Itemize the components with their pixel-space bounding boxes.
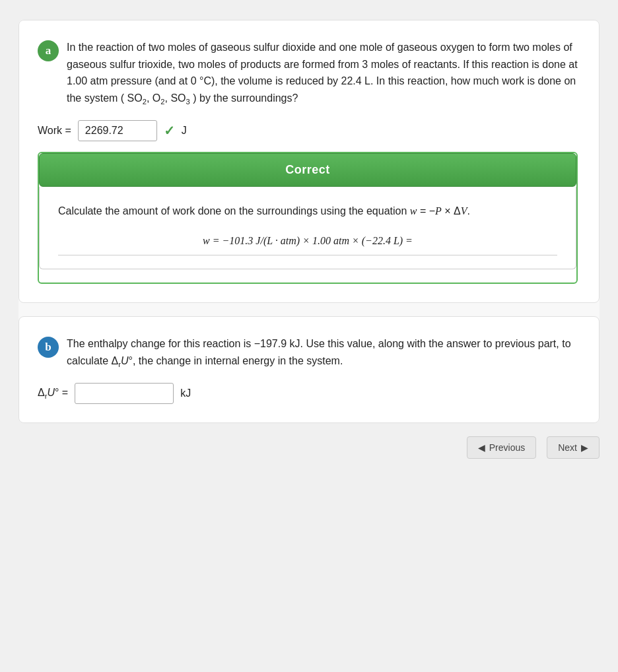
work-unit: J <box>182 125 187 137</box>
solution-equation-label: w <box>410 205 417 217</box>
delta-u-label: ΔrU° = <box>38 387 68 400</box>
part-b-question: The enthalpy change for this reaction is… <box>67 335 578 371</box>
part-a-header: a In the reaction of two moles of gaseou… <box>38 39 578 108</box>
next-button[interactable]: Next ▶ <box>547 436 600 459</box>
part-a-section: a In the reaction of two moles of gaseou… <box>18 20 600 303</box>
correct-text: Correct <box>285 163 330 176</box>
work-label: Work = <box>38 125 71 137</box>
previous-button[interactable]: ◀ Previous <box>467 436 536 459</box>
work-input[interactable] <box>78 120 157 141</box>
checkmark-icon: ✓ <box>164 123 175 139</box>
previous-label: Previous <box>489 442 525 453</box>
solution-calculation: w = −101.3 J/(L · atm) × 1.00 atm × (−22… <box>58 230 557 252</box>
delta-u-input[interactable] <box>75 383 174 404</box>
pressure-symbol: P <box>435 205 442 217</box>
part-b-section: b The enthalpy change for this reaction … <box>18 316 600 423</box>
solution-intro: Calculate the amount of work done on the… <box>58 203 557 220</box>
volume-symbol: V <box>461 205 467 217</box>
part-a-badge: a <box>38 40 59 61</box>
part-b-header: b The enthalpy change for this reaction … <box>38 335 578 371</box>
chem-formula: SO2, O2, SO3 <box>127 92 190 104</box>
solution-calculation-container: w = −101.3 J/(L · atm) × 1.00 atm × (−22… <box>58 230 557 255</box>
part-a-answer-row: Work = ✓ J <box>38 120 578 141</box>
solution-box: Calculate the amount of work done on the… <box>39 187 576 270</box>
bottom-navigation: ◀ Previous Next ▶ <box>18 436 600 459</box>
delta-u-unit: kJ <box>180 387 191 399</box>
part-a-question: In the reaction of two moles of gaseous … <box>67 39 578 108</box>
part-b-badge: b <box>38 337 59 358</box>
next-label: Next <box>558 442 577 453</box>
correct-section: Correct Calculate the amount of work don… <box>38 152 578 285</box>
part-b-answer-row: ΔrU° = kJ <box>38 383 578 404</box>
previous-arrow-icon: ◀ <box>478 442 485 453</box>
next-arrow-icon: ▶ <box>581 442 588 453</box>
correct-banner: Correct <box>39 153 576 187</box>
